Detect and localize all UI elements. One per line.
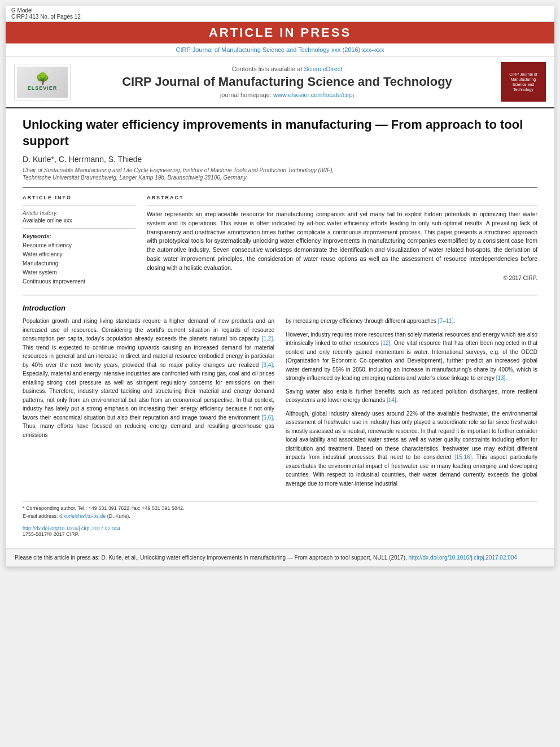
ref-1-2[interactable]: [1,2] bbox=[262, 335, 273, 342]
contents-available: Contents lists available at ScienceDirec… bbox=[82, 65, 492, 72]
divider-keywords bbox=[23, 228, 135, 229]
pages-info: CIRPJ 413 No. of Pages 12 bbox=[11, 14, 81, 20]
citation-text: Please cite this article in press as: D.… bbox=[15, 554, 407, 561]
citation-doi-link[interactable]: http://dx.doi.org/10.1016/j.cirpj.2017.0… bbox=[409, 554, 517, 561]
ref-12[interactable]: [12] bbox=[381, 340, 391, 346]
article-info-abstract-section: ARTICLE INFO Article history: Available … bbox=[23, 195, 537, 286]
gmodel-text: G Model bbox=[11, 7, 33, 14]
intro-col2-para3: Saving water also entails further benefi… bbox=[286, 387, 537, 405]
intro-col-right: by increasing energy efficiency through … bbox=[286, 317, 537, 492]
abstract-column: ABSTRACT Water represents an irreplaceab… bbox=[147, 195, 537, 286]
intro-col-left: Population growth and rising living stan… bbox=[23, 317, 274, 492]
homepage-label: journal homepage: bbox=[220, 91, 272, 98]
ref-14[interactable]: [14] bbox=[387, 397, 396, 403]
journal-main-title: CIRP Journal of Manufacturing Science an… bbox=[82, 75, 492, 89]
journal-title-center: Contents lists available at ScienceDirec… bbox=[82, 65, 492, 98]
journal-link-bar: CIRP Journal of Manufacturing Science an… bbox=[6, 43, 554, 56]
doi-link[interactable]: http://dx.doi.org/10.1016/j.cirpj.2017.0… bbox=[23, 526, 120, 531]
homepage-link[interactable]: www.elsevier.com/locate/cirpj bbox=[273, 91, 354, 98]
banner-text: ARTICLE IN PRESS bbox=[209, 25, 351, 40]
email-link[interactable]: d.kurle@iwf.tu-bs.de bbox=[59, 513, 106, 519]
divider-abstract bbox=[147, 205, 537, 206]
journal-thumb-text: CIRP Journal ofManufacturingScience andT… bbox=[509, 72, 537, 92]
ref-5-6[interactable]: [5,6] bbox=[262, 414, 273, 421]
corresponding-footnote: * Corresponding author. Tel.: +49 531 39… bbox=[23, 505, 537, 513]
journal-thumbnail: CIRP Journal ofManufacturingScience andT… bbox=[501, 62, 546, 102]
divider-2 bbox=[23, 295, 537, 295]
intro-col2-para2: However, industry requires more resource… bbox=[286, 330, 537, 383]
gmodel-label: G Model CIRPJ 413 No. of Pages 12 bbox=[11, 7, 81, 20]
abstract-heading: ABSTRACT bbox=[147, 195, 537, 200]
available-online: Available online xxx bbox=[23, 217, 135, 224]
elsevier-brand: ELSEVIER bbox=[28, 85, 58, 91]
author-names: D. Kurle*, C. Herrmann, S. Thiede bbox=[23, 155, 142, 164]
authors: D. Kurle*, C. Herrmann, S. Thiede bbox=[23, 155, 537, 164]
divider-1 bbox=[23, 187, 537, 188]
keyword-continuous-improvement: Continuous improvement bbox=[23, 277, 135, 286]
main-content: Unlocking water efficiency improvements … bbox=[6, 108, 554, 543]
ref-15-16[interactable]: [15,16] bbox=[454, 454, 472, 460]
email-label: E-mail address: bbox=[23, 513, 58, 519]
history-label: Article history: bbox=[23, 210, 135, 216]
abstract-text: Water represents an irreplaceable resour… bbox=[147, 210, 537, 272]
doi-bar: http://dx.doi.org/10.1016/j.cirpj.2017.0… bbox=[23, 526, 537, 537]
keyword-water-efficiency: Water efficiency bbox=[23, 250, 135, 259]
article-info-column: ARTICLE INFO Article history: Available … bbox=[23, 195, 135, 286]
sciencedirect-link[interactable]: ScienceDirect bbox=[304, 65, 342, 72]
introduction-body: Population growth and rising living stan… bbox=[23, 317, 537, 492]
affiliation-line2: Technische Universität Braunschweig, Lan… bbox=[23, 174, 537, 181]
elsevier-logo: 🌳 ELSEVIER bbox=[14, 64, 71, 101]
keyword-manufacturing: Manufacturing bbox=[23, 259, 135, 268]
issn-line: 1755-5817/© 2017 CIRP. bbox=[23, 531, 79, 537]
journal-header: 🌳 ELSEVIER Contents lists available at S… bbox=[6, 56, 554, 108]
footnote-area: * Corresponding author. Tel.: +49 531 39… bbox=[23, 501, 537, 520]
copyright: © 2017 CIRP. bbox=[147, 275, 537, 281]
journal-link[interactable]: CIRP Journal of Manufacturing Science an… bbox=[176, 46, 384, 53]
contents-label: Contents lists available at bbox=[232, 65, 303, 72]
intro-col1-para1: Population growth and rising living stan… bbox=[23, 317, 274, 439]
article-title: Unlocking water efficiency improvements … bbox=[23, 117, 537, 149]
divider-article-info bbox=[23, 205, 135, 206]
intro-col2-para1: by increasing energy efficiency through … bbox=[286, 317, 537, 326]
page: G Model CIRPJ 413 No. of Pages 12 ARTICL… bbox=[6, 6, 554, 567]
ref-13[interactable]: [13] bbox=[496, 375, 506, 381]
email-suffix: (D. Kurle). bbox=[107, 513, 130, 519]
keywords-label: Keywords: bbox=[23, 233, 135, 239]
ref-3-4[interactable]: [3,4] bbox=[262, 362, 273, 368]
introduction-section: Introduction Population growth and risin… bbox=[23, 304, 537, 492]
email-footnote: E-mail address: d.kurle@iwf.tu-bs.de (D.… bbox=[23, 513, 537, 521]
ref-7-11[interactable]: [7–11] bbox=[438, 318, 454, 324]
intro-col2-para4: Although, global industry already uses a… bbox=[286, 409, 537, 488]
article-info-heading: ARTICLE INFO bbox=[23, 195, 135, 200]
citation-bar: Please cite this article in press as: D.… bbox=[6, 548, 554, 567]
article-in-press-banner: ARTICLE IN PRESS bbox=[6, 22, 554, 43]
journal-homepage: journal homepage: www.elsevier.com/locat… bbox=[82, 91, 492, 98]
elsevier-tree-icon: 🌳 bbox=[36, 73, 50, 84]
keyword-water-system: Water system bbox=[23, 268, 135, 277]
affiliation-line1: Chair of Sustainable Manufacturing and L… bbox=[23, 167, 537, 173]
gmodel-bar: G Model CIRPJ 413 No. of Pages 12 bbox=[6, 6, 554, 22]
introduction-heading: Introduction bbox=[23, 304, 537, 312]
corresponding-text: * Corresponding author. Tel.: +49 531 39… bbox=[23, 505, 185, 511]
keyword-resource-efficiency: Resource efficiency bbox=[23, 241, 135, 250]
